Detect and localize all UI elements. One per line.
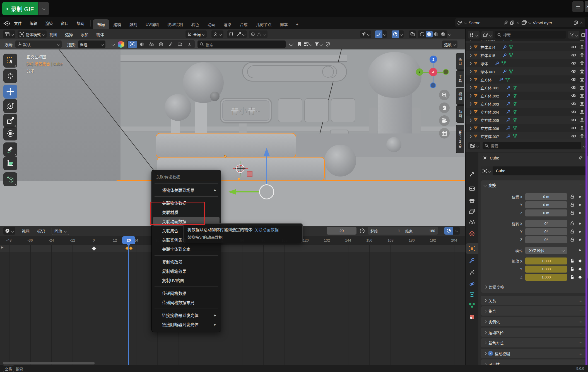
animate-dot-icon[interactable] — [579, 249, 581, 251]
transform-value-field[interactable]: 0° — [525, 236, 567, 243]
current-frame-field[interactable]: 20 — [327, 227, 356, 235]
timeline-scrollbar[interactable] — [3, 362, 95, 364]
expand-chevron-icon[interactable]: ❯ — [469, 45, 472, 49]
blender-logo-icon[interactable] — [3, 20, 10, 26]
gizmo-x-stem[interactable] — [236, 191, 260, 192]
lock-closed-icon[interactable] — [570, 259, 574, 263]
properties-editor-type[interactable] — [468, 142, 480, 149]
pivot-dropdown[interactable] — [211, 30, 223, 38]
tool-scale[interactable] — [3, 114, 17, 128]
hide-eye-icon[interactable] — [571, 86, 576, 89]
transform-value-field[interactable]: XYZ 欧拉 — [525, 247, 567, 254]
expand-chevron-icon[interactable]: ❯ — [469, 61, 472, 65]
modifier-wrench-icon[interactable] — [506, 110, 510, 114]
xray-toggle[interactable] — [409, 30, 416, 38]
3d-viewport[interactable]: 青小青~ Z Y -X 正交左视图 (20) 场景集合 | Cube 分米 — [0, 29, 465, 226]
editor-type-button[interactable] — [3, 30, 15, 38]
free-assets-icon[interactable] — [288, 42, 294, 47]
blenderkit-filter-dropdown[interactable] — [315, 42, 322, 47]
panel-运动模糊[interactable]: ✓运动模糊:::: — [481, 349, 587, 358]
camera-visibility-icon[interactable] — [580, 70, 584, 73]
timeline-menu-playback[interactable]: 回放 — [52, 227, 69, 235]
panel-grip[interactable]: :::: — [579, 183, 584, 187]
object-name[interactable]: 立方体.006 — [480, 125, 499, 131]
hide-eye-icon[interactable] — [571, 134, 576, 138]
sidebar-tab-item[interactable]: 条目 — [456, 53, 464, 70]
properties-tab-render[interactable] — [466, 183, 478, 194]
hide-eye-icon[interactable] — [571, 53, 576, 57]
workspace-tab[interactable]: 建模 — [109, 19, 125, 29]
selectability-dropdown[interactable] — [360, 30, 371, 38]
animate-dot-icon[interactable] — [579, 204, 581, 206]
auto-keying-dropdown[interactable] — [453, 227, 460, 235]
expand-chevron-icon[interactable]: ❯ — [469, 94, 472, 97]
modifier-wrench-icon[interactable] — [503, 70, 507, 73]
workspace-tab[interactable]: 动画 — [203, 19, 219, 29]
tool-transform[interactable] — [3, 127, 17, 140]
workspace-tab[interactable]: 着色 — [187, 19, 203, 29]
camera-visibility-icon[interactable] — [580, 94, 584, 98]
modifier-wrench-icon[interactable] — [506, 118, 510, 122]
outliner-row[interactable]: ❯球体 — [466, 59, 588, 67]
object-id-dropdown[interactable] — [481, 166, 493, 175]
lock-open-icon[interactable] — [570, 229, 574, 233]
mesh-data-icon[interactable] — [513, 118, 517, 122]
modifier-wrench-icon[interactable] — [506, 86, 510, 90]
overlays-dropdown[interactable] — [399, 30, 404, 38]
object-name[interactable]: 立方体.007 — [480, 133, 499, 139]
pan-hand-button[interactable] — [439, 102, 450, 113]
gizmo-view-circle[interactable] — [259, 184, 274, 199]
playhead-line[interactable] — [128, 244, 129, 365]
frame-start-field[interactable]: 起始 1 — [368, 227, 408, 235]
camera-visibility-icon[interactable] — [580, 118, 584, 122]
properties-tabs-overflow-chevron[interactable] — [470, 326, 470, 331]
outliner-row[interactable]: ❯立方体.006 — [466, 124, 588, 132]
context-menu-item[interactable]: 传递网格数据布局 — [153, 298, 220, 307]
properties-tab-object[interactable] — [466, 243, 478, 254]
workspace-tab[interactable]: 脚本 — [276, 19, 292, 29]
selected-slab-upper[interactable] — [156, 133, 296, 158]
workspace-tab[interactable]: 雕刻 — [125, 19, 141, 29]
mesh-data-icon[interactable] — [513, 134, 517, 138]
context-menu-item[interactable]: 关联字体到文本 — [153, 244, 220, 254]
timeline-menu-view[interactable]: 视图 — [22, 228, 30, 234]
blenderkit-search-input[interactable]: 搜索 — [197, 40, 286, 48]
properties-tab-output[interactable] — [466, 195, 478, 206]
hide-eye-icon[interactable] — [571, 102, 576, 106]
perspective-grid-button[interactable] — [439, 128, 450, 139]
pin-icon[interactable] — [504, 20, 508, 25]
outliner-row[interactable]: ❯立方体.005 — [466, 116, 588, 124]
shading-solid-button[interactable] — [426, 31, 433, 37]
transform-value-field[interactable]: 0 m — [525, 201, 567, 208]
context-menu-item[interactable]: 传递网格数据 — [153, 288, 220, 298]
auto-keying-toggle[interactable] — [444, 227, 453, 235]
asset-type-hdr-button[interactable] — [175, 42, 185, 47]
panel-着色方式[interactable]: 着色方式:::: — [481, 338, 587, 347]
viewport-menu-选择[interactable]: 选择 — [65, 32, 73, 37]
zoom-button[interactable] — [439, 90, 450, 100]
modifier-wrench-icon[interactable] — [506, 134, 510, 138]
copy-icon[interactable] — [510, 20, 514, 25]
sidebar-tab-tool[interactable]: 工具 — [456, 70, 464, 87]
panel-grip[interactable]: :::: — [579, 320, 584, 323]
options-dropdown[interactable]: 选项 — [442, 40, 457, 48]
gizmos-dropdown[interactable] — [382, 30, 387, 38]
properties-tab-constraints[interactable] — [466, 289, 478, 300]
sidebar-tab-view[interactable]: 视图 — [456, 88, 464, 105]
outliner-row[interactable]: ❯立方体 — [466, 75, 588, 84]
asset-type-nodegroup-button[interactable] — [185, 42, 194, 47]
properties-tab-modifiers[interactable] — [466, 255, 478, 266]
camera-visibility-icon[interactable] — [580, 110, 584, 114]
panel-可见性[interactable]: 可见性:::: — [481, 359, 587, 366]
navgizmo-y-ball[interactable]: Y — [416, 68, 423, 76]
lock-open-icon[interactable] — [570, 221, 574, 225]
properties-tab-particles[interactable] — [466, 267, 478, 278]
mesh-data-icon[interactable] — [502, 61, 506, 65]
topbar-menu-帮助[interactable]: 帮助 — [73, 17, 88, 29]
mesh-data-icon[interactable] — [513, 94, 517, 98]
animate-dot-icon[interactable] — [579, 231, 581, 233]
asset-type-brush-button[interactable] — [166, 42, 175, 47]
hide-eye-icon[interactable] — [571, 94, 576, 97]
topbar-menu-渲染[interactable]: 渲染 — [41, 17, 57, 29]
keyframe-diamond-icon[interactable] — [578, 275, 582, 279]
